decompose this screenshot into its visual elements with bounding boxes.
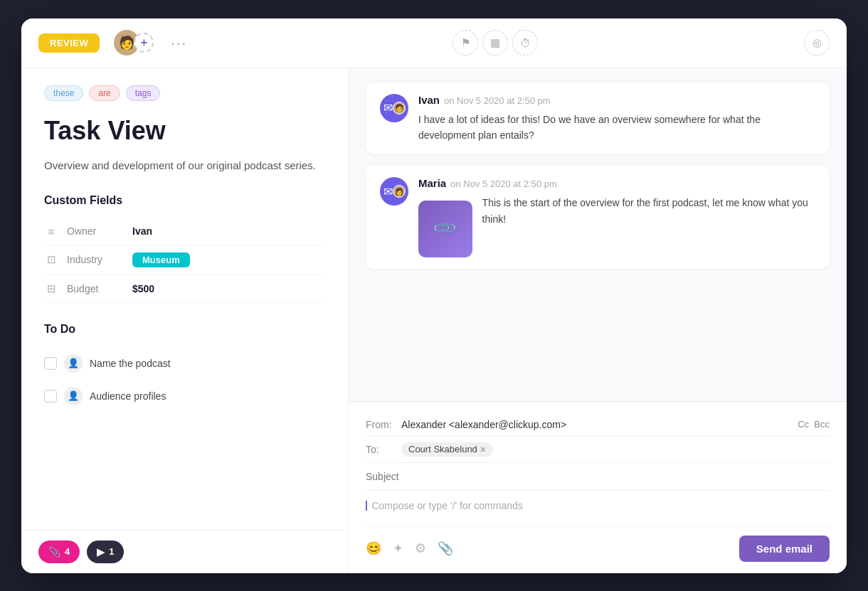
- email-compose: From: Alexander <alexander@clickup.com> …: [349, 401, 847, 573]
- badge-dark-button[interactable]: ▶ 1: [87, 541, 124, 563]
- cursor: [366, 501, 367, 511]
- flag-button[interactable]: ⚑: [452, 30, 478, 55]
- badge-pink-button[interactable]: 📎 4: [38, 541, 80, 563]
- to-recipient-name: Court Skabelund: [408, 444, 477, 454]
- custom-fields-title: Custom Fields: [44, 194, 325, 207]
- left-panel: these are tags Task View Overview and de…: [21, 68, 349, 573]
- todo-label-1: Audience profiles: [90, 390, 166, 402]
- toolbar: REVIEW 🧑 + ··· ⚑ ▦ ⏱ ◎: [21, 18, 847, 68]
- eye-button[interactable]: ◎: [804, 30, 830, 55]
- todo-item-1: 👤 Audience profiles: [44, 380, 325, 412]
- owner-value: Ivan: [132, 225, 152, 237]
- comment-author-maria: Maria: [418, 177, 446, 189]
- subject-input[interactable]: [366, 471, 830, 482]
- calendar-button[interactable]: ▦: [482, 30, 508, 55]
- eye-icon: ◎: [813, 36, 822, 49]
- comment-header-ivan: Ivan on Nov 5 2020 at 2:50 pm: [418, 94, 815, 106]
- comment-avatar-maria: ✉ 👩: [380, 177, 408, 206]
- todo-item-0: 👤 Name the podcast: [44, 347, 325, 380]
- owner-icon: ≡: [44, 225, 58, 238]
- comment-ivan: ✉ 🧑 Ivan on Nov 5 2020 at 2:50 pm I have…: [366, 82, 830, 155]
- comment-text-ivan: I have a lot of ideas for this! Do we ha…: [418, 112, 815, 144]
- right-panel: ✉ 🧑 Ivan on Nov 5 2020 at 2:50 pm I have…: [349, 68, 847, 573]
- clock-icon: ⏱: [520, 37, 531, 49]
- email-to-row: To: Court Skabelund ×: [366, 437, 830, 463]
- todo-section: To Do 👤 Name the podcast 👤 Audience prof…: [44, 323, 325, 412]
- avatar-group: 🧑 +: [114, 30, 154, 55]
- comment-text-maria: This is the start of the overview for th…: [482, 195, 815, 227]
- tag-these[interactable]: these: [44, 85, 83, 101]
- industry-badge[interactable]: Museum: [132, 252, 190, 267]
- to-chip[interactable]: Court Skabelund ×: [401, 442, 493, 457]
- calendar-icon: ▦: [490, 36, 500, 49]
- comment-avatar-ivan: ✉ 🧑: [380, 94, 408, 122]
- comment-body-ivan: Ivan on Nov 5 2020 at 2:50 pm I have a l…: [418, 94, 815, 144]
- from-label: From:: [366, 419, 401, 430]
- review-badge: REVIEW: [38, 33, 100, 53]
- tag-are[interactable]: are: [89, 85, 120, 101]
- attachment-preview[interactable]: 📎: [418, 201, 472, 257]
- comment-time-ivan: on Nov 5 2020 at 2:50 pm: [444, 95, 551, 106]
- cc-label: Cc: [798, 419, 809, 430]
- email-toolbar: 😊 ✦ ⚙ 📎 Send email: [366, 526, 830, 562]
- attach-icon[interactable]: 📎: [438, 541, 453, 556]
- budget-icon: ⊟: [44, 282, 58, 295]
- cc-bcc-label[interactable]: Cc Bcc: [798, 419, 830, 430]
- task-title: Task View: [44, 115, 325, 146]
- figma-icon: 📎: [48, 546, 60, 558]
- budget-label: Budget: [67, 283, 124, 294]
- comment-header-maria: Maria on Nov 5 2020 at 2:50 pm: [418, 177, 815, 189]
- from-value: Alexander <alexander@clickup.com>: [401, 419, 798, 430]
- industry-icon: ⊡: [44, 253, 58, 266]
- tags-row: these are tags: [44, 85, 325, 101]
- tag-tags[interactable]: tags: [126, 85, 161, 101]
- todo-avatar-0: 👤: [64, 354, 83, 373]
- email-from-row: From: Alexander <alexander@clickup.com> …: [366, 413, 830, 437]
- todo-avatar-1: 👤: [64, 387, 83, 405]
- compose-area[interactable]: Compose or type '/' for commands: [366, 491, 830, 526]
- paperclip-icon: 📎: [432, 216, 458, 243]
- comment-time-maria: on Nov 5 2020 at 2:50 pm: [450, 179, 557, 189]
- industry-label: Industry: [67, 254, 124, 265]
- todo-label-0: Name the podcast: [90, 358, 171, 369]
- main-content: these are tags Task View Overview and de…: [21, 68, 847, 573]
- compose-placeholder: Compose or type '/' for commands: [371, 500, 522, 511]
- toolbar-icons: ⚑ ▦ ⏱: [452, 30, 538, 55]
- comment-attachment-row: 📎 This is the start of the overview for …: [418, 195, 815, 257]
- owner-label: Owner: [67, 225, 124, 237]
- todo-checkbox-1[interactable]: [44, 390, 57, 403]
- field-industry: ⊡ Industry Museum: [44, 245, 325, 275]
- footer-badges: 📎 4 ▶ 1: [21, 530, 348, 573]
- todo-checkbox-0[interactable]: [44, 357, 57, 370]
- remove-recipient-button[interactable]: ×: [480, 444, 486, 455]
- field-budget: ⊟ Budget $500: [44, 275, 325, 303]
- sparkle-icon[interactable]: ✦: [393, 541, 403, 556]
- bcc-label: Bcc: [814, 419, 830, 430]
- send-email-button[interactable]: Send email: [739, 536, 830, 562]
- custom-fields: Custom Fields ≡ Owner Ivan ⊡ Industry Mu…: [44, 194, 325, 303]
- task-description: Overview and development of our original…: [44, 157, 325, 174]
- clock-button[interactable]: ⏱: [512, 30, 538, 55]
- budget-value: $500: [132, 283, 154, 294]
- comment-body-maria: Maria on Nov 5 2020 at 2:50 pm 📎 This is…: [418, 177, 815, 257]
- add-avatar-button[interactable]: +: [134, 33, 154, 53]
- ivan-small-avatar: 🧑: [393, 102, 406, 115]
- subject-row: [366, 463, 830, 491]
- comment-maria: ✉ 👩 Maria on Nov 5 2020 at 2:50 pm 📎: [366, 166, 830, 269]
- settings-icon[interactable]: ⚙: [415, 541, 426, 556]
- envelope-icon-maria: ✉: [383, 185, 393, 198]
- badge-dark-count: 1: [109, 546, 114, 557]
- comments-area: ✉ 🧑 Ivan on Nov 5 2020 at 2:50 pm I have…: [349, 68, 847, 401]
- envelope-icon: ✉: [383, 101, 393, 115]
- emoji-icon[interactable]: 😊: [366, 541, 381, 556]
- framer-icon: ▶: [97, 546, 105, 558]
- maria-small-avatar: 👩: [393, 185, 406, 198]
- more-options-button[interactable]: ···: [171, 35, 187, 51]
- to-label: To:: [366, 444, 401, 455]
- badge-pink-count: 4: [65, 546, 70, 557]
- todo-title: To Do: [44, 323, 325, 336]
- field-owner: ≡ Owner Ivan: [44, 218, 325, 245]
- comment-author-ivan: Ivan: [418, 94, 440, 106]
- left-panel-content: these are tags Task View Overview and de…: [21, 68, 348, 530]
- flag-icon: ⚑: [461, 36, 470, 49]
